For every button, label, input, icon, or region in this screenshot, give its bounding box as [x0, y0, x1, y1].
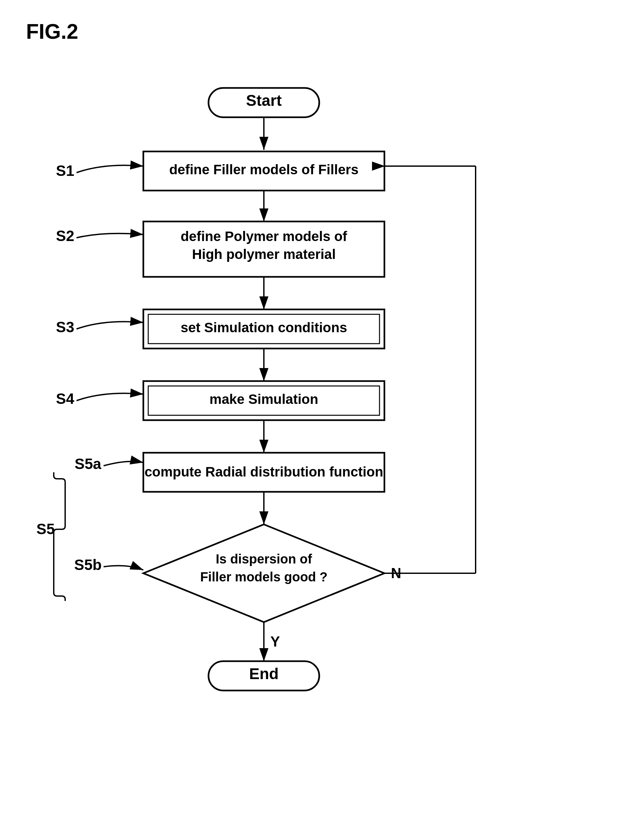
s4-arrow [77, 393, 143, 401]
s5a-text: compute Radial distribution function [145, 464, 383, 480]
s1-label: S1 [56, 162, 74, 179]
end-label: End [249, 665, 279, 682]
s4-text: make Simulation [209, 392, 318, 407]
s5a-arrow [104, 461, 143, 466]
yes-label: Y [270, 633, 280, 649]
s2-arrow [77, 234, 143, 238]
s4-label: S4 [56, 390, 74, 407]
flowchart-container: Start S1 define Filler models of Fillers… [26, 72, 599, 821]
s5b-text-line2: Filler models good ? [200, 570, 327, 584]
start-label: Start [246, 92, 281, 109]
s5b-text-line1: Is dispersion of [216, 552, 312, 566]
s2-label: S2 [56, 227, 74, 244]
s2-text-line1: define Polymer models of [180, 229, 347, 244]
s5a-label: S5a [74, 455, 101, 472]
s5-label: S5 [36, 521, 55, 537]
s5-brace [54, 472, 65, 601]
s2-text-line2: High polymer material [192, 246, 335, 262]
s5b-arrow [104, 566, 143, 570]
s5b-label: S5b [74, 556, 102, 573]
s3-label: S3 [56, 319, 74, 335]
s1-arrow [77, 166, 143, 173]
s1-text: define Filler models of Fillers [169, 162, 358, 177]
s3-arrow [77, 322, 143, 329]
fig-title: FIG.2 [26, 19, 78, 44]
s3-text: set Simulation conditions [180, 320, 347, 335]
